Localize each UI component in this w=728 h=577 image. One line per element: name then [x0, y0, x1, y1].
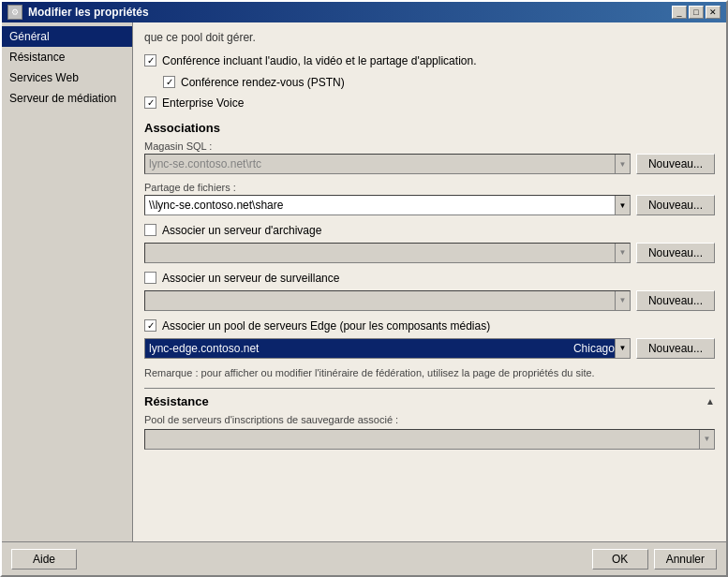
sql-new-button[interactable]: Nouveau...: [636, 154, 715, 174]
partage-field-row: \\lync-se.contoso.net\share ▼ Nouveau...: [144, 195, 715, 215]
surveillance-field-row: ▼ Nouveau...: [144, 290, 715, 311]
sql-label: Magasin SQL :: [144, 141, 715, 152]
edge-pool-new-button[interactable]: Nouveau...: [636, 338, 715, 359]
edge-pool-select[interactable]: lync-edge.contoso.net Chicago ▼: [144, 338, 631, 359]
sidebar-item-services-web[interactable]: Services Web: [2, 67, 132, 88]
sql-dropdown-arrow[interactable]: ▼: [615, 155, 630, 173]
edge-pool-checkbox[interactable]: [144, 319, 156, 332]
window-title: Modifier les propriétés: [28, 6, 149, 19]
partage-dropdown-arrow[interactable]: ▼: [615, 196, 630, 215]
archivage-dropdown-arrow[interactable]: ▼: [615, 244, 630, 262]
bottom-bar: Aide OK Annuler: [2, 541, 726, 575]
ok-button[interactable]: OK: [592, 549, 648, 570]
help-button[interactable]: Aide: [11, 549, 77, 570]
backup-pool-select[interactable]: ▼: [144, 429, 715, 450]
archivage-field-row: ▼ Nouveau...: [144, 243, 715, 263]
enterprise-voice-label: Enterprise Voice: [162, 96, 244, 111]
associations-header: Associations: [144, 121, 715, 135]
surveillance-checkbox[interactable]: [144, 272, 156, 284]
main-window: ⚙ Modifier les propriétés _ □ ✕ Général …: [0, 0, 728, 577]
surveillance-select[interactable]: ▼: [144, 290, 631, 311]
edge-pool-value: lync-edge.contoso.net: [149, 342, 259, 355]
sidebar-item-serveur-mediation[interactable]: Serveur de médiation: [2, 88, 132, 109]
partage-new-button[interactable]: Nouveau...: [636, 195, 715, 215]
enterprise-voice-row: Enterprise Voice: [144, 96, 715, 111]
pstn-checkbox[interactable]: [163, 76, 175, 88]
edge-pool-dropdown-arrow[interactable]: ▼: [615, 339, 630, 358]
title-buttons: _ □ ✕: [672, 6, 721, 19]
title-bar: ⚙ Modifier les propriétés _ □ ✕: [2, 2, 726, 22]
edge-pool-field-row: lync-edge.contoso.net Chicago ▼ Nouveau.…: [144, 338, 715, 359]
pstn-label: Conférence rendez-vous (PSTN): [181, 75, 345, 91]
main-panel: que ce pool doit gérer. Conférence inclu…: [133, 22, 726, 541]
window-icon: ⚙: [7, 5, 22, 20]
scroll-area[interactable]: que ce pool doit gérer. Conférence inclu…: [133, 22, 726, 541]
cancel-button[interactable]: Annuler: [654, 549, 717, 570]
sql-field-row: lync-se.contoso.net\rtc ▼ Nouveau...: [144, 154, 715, 174]
conference-checkbox[interactable]: [144, 54, 156, 67]
edge-pool-location: Chicago: [573, 342, 615, 355]
close-button[interactable]: ✕: [706, 6, 721, 19]
backup-pool-dropdown-arrow[interactable]: ▼: [699, 430, 714, 449]
conference-checkbox-row: Conférence incluant l'audio, la vidéo et…: [144, 53, 715, 69]
bottom-right-buttons: OK Annuler: [592, 549, 717, 570]
sidebar-item-general[interactable]: Général: [2, 26, 132, 47]
resistance-collapse-arrow[interactable]: ▲: [706, 396, 715, 407]
sidebar: Général Résistance Services Web Serveur …: [2, 22, 133, 541]
partage-value: \\lync-se.contoso.net\share: [149, 199, 302, 212]
resistance-section-header[interactable]: Résistance ▲: [144, 388, 715, 408]
archivage-select[interactable]: ▼: [144, 243, 631, 263]
sql-value: lync-se.contoso.net\rtc: [149, 157, 280, 170]
minimize-button[interactable]: _: [672, 6, 687, 19]
conference-label: Conférence incluant l'audio, la vidéo et…: [162, 53, 476, 69]
maximize-button[interactable]: □: [689, 6, 704, 19]
partage-label: Partage de fichiers :: [144, 182, 715, 193]
surveillance-dropdown-arrow[interactable]: ▼: [615, 291, 630, 310]
surveillance-new-button[interactable]: Nouveau...: [636, 290, 715, 311]
archivage-new-button[interactable]: Nouveau...: [636, 243, 715, 263]
surveillance-row: Associer un serveur de surveillance: [144, 271, 715, 287]
sql-select[interactable]: lync-se.contoso.net\rtc ▼: [144, 154, 631, 174]
edge-pool-label: Associer un pool de serveurs Edge (pour …: [162, 318, 490, 334]
pstn-checkbox-row: Conférence rendez-vous (PSTN): [163, 75, 715, 91]
sidebar-item-resistance[interactable]: Résistance: [2, 47, 132, 67]
archivage-checkbox[interactable]: [144, 224, 156, 236]
content-area: Général Résistance Services Web Serveur …: [2, 22, 726, 541]
archivage-label: Associer un serveur d'archivage: [162, 223, 321, 239]
intro-text: que ce pool doit gérer.: [144, 30, 715, 46]
title-bar-left: ⚙ Modifier les propriétés: [7, 5, 149, 20]
backup-pool-field-row: ▼: [144, 429, 715, 450]
backup-pool-label: Pool de serveurs d'inscriptions de sauve…: [144, 414, 715, 425]
partage-select[interactable]: \\lync-se.contoso.net\share ▼: [144, 195, 631, 215]
edge-pool-row: Associer un pool de serveurs Edge (pour …: [144, 318, 715, 334]
remark-text: Remarque : pour afficher ou modifier l'i…: [144, 366, 715, 380]
surveillance-label: Associer un serveur de surveillance: [162, 271, 339, 287]
archivage-row: Associer un serveur d'archivage: [144, 223, 715, 239]
resistance-header: Résistance: [144, 394, 209, 408]
enterprise-voice-checkbox[interactable]: [144, 96, 156, 109]
